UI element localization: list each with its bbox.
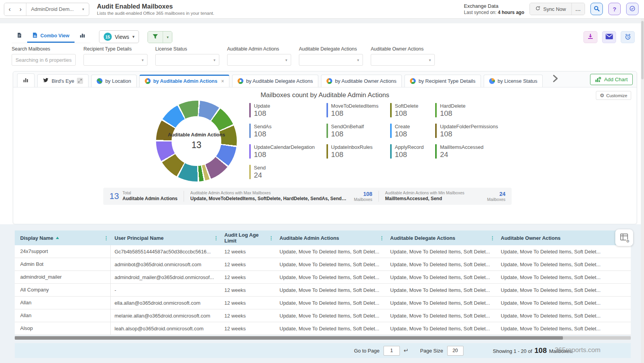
legend-value: 108 bbox=[395, 109, 418, 118]
filter-dropdown-button[interactable]: ▾ bbox=[163, 31, 172, 43]
schedule-alert-button[interactable] bbox=[621, 31, 635, 43]
legend-item[interactable]: Create108 bbox=[390, 124, 424, 138]
filter-label: License Status bbox=[155, 46, 219, 52]
legend-item[interactable]: ApplyRecord108 bbox=[390, 144, 424, 159]
go-to-page-input[interactable] bbox=[384, 346, 400, 356]
donut-center-label: Auditable Admin Actions bbox=[168, 132, 225, 138]
column-menu-icon[interactable]: ⋮ bbox=[104, 235, 109, 241]
legend-label: SendOnBehalf bbox=[331, 124, 364, 129]
nav-back-button[interactable]: ‹ bbox=[4, 3, 15, 16]
chart-tab-label: by Recipient Type Details bbox=[418, 78, 475, 84]
export-download-button[interactable] bbox=[583, 31, 597, 43]
controls-panel: Combo View 15 Views ▾ ▾ Search Mailboxes bbox=[0, 23, 644, 70]
sync-more-button[interactable]: ... bbox=[571, 3, 585, 15]
chart-tab-by-auditable-owner-actions[interactable]: by Auditable Owner Actions bbox=[321, 75, 402, 87]
chart-tab-barchart[interactable] bbox=[17, 73, 35, 87]
filter-button[interactable] bbox=[148, 31, 163, 43]
column-header-auditable-admin-actions[interactable]: Auditable Admin Actions⋮ bbox=[276, 230, 386, 245]
table-cell: Update, Move To Deleted Items, Soft Dele… bbox=[276, 274, 386, 280]
filter-select[interactable]: ▾ bbox=[227, 54, 291, 66]
views-dropdown-button[interactable]: 15 Views ▾ bbox=[99, 30, 139, 43]
column-header-auditable-delegate-actions[interactable]: Auditable Delegate Actions⋮ bbox=[386, 230, 497, 245]
table-row[interactable]: Allanmelanie.allan@o365droid.onmicrosoft… bbox=[15, 309, 631, 322]
vertical-scrollbar[interactable] bbox=[641, 19, 644, 363]
legend-value: 24 bbox=[254, 171, 266, 180]
customize-button[interactable]: ⚙Customize bbox=[596, 91, 631, 100]
view-tab-grid[interactable] bbox=[12, 30, 27, 43]
legend-item[interactable]: SoftDelete108 bbox=[390, 103, 424, 118]
bar-chart-icon bbox=[80, 32, 85, 39]
page-size-input[interactable] bbox=[447, 346, 463, 356]
table-row[interactable]: Admin Botadminbot@o365droid.onmicrosoft.… bbox=[15, 258, 631, 271]
legend-item[interactable]: UpdateFolderPermissions108 bbox=[435, 124, 498, 138]
legend-item[interactable]: UpdateCalendarDelegation108 bbox=[249, 144, 315, 159]
tab-scroll-right-button[interactable] bbox=[551, 73, 559, 85]
legend-label: UpdateInboxRules bbox=[331, 144, 373, 150]
legend-item[interactable]: Send24 bbox=[249, 165, 315, 180]
legend-item[interactable]: SendAs108 bbox=[249, 124, 315, 138]
legend-item[interactable]: UpdateInboxRules108 bbox=[326, 144, 378, 159]
column-header-auditable-owner-actions[interactable]: Auditable Owner Actions bbox=[497, 230, 631, 245]
summary-divider bbox=[378, 191, 379, 202]
column-header-audit-log-age-limit[interactable]: Audit Log Age Limit⋮ bbox=[220, 230, 276, 245]
vertical-scrollbar-thumb[interactable] bbox=[641, 21, 644, 79]
column-header-display-name[interactable]: Display Name⋮ bbox=[15, 230, 111, 245]
column-header-user-principal-name[interactable]: User Principal Name⋮ bbox=[111, 230, 220, 245]
table-row[interactable]: Allanella.allan@o365droid.onmicrosoft.co… bbox=[15, 297, 631, 309]
expand-icon[interactable] bbox=[77, 78, 83, 84]
audit-history-button[interactable] bbox=[626, 3, 639, 15]
legend-value: 108 bbox=[395, 150, 424, 159]
view-tab-combo[interactable]: Combo View bbox=[27, 30, 75, 43]
filter-select[interactable]: ▾ bbox=[155, 54, 219, 66]
donut-chart[interactable]: Auditable Admin Actions 13 bbox=[156, 101, 237, 182]
column-menu-icon[interactable]: ⋮ bbox=[269, 235, 274, 241]
sync-now-button[interactable]: Sync Now bbox=[530, 3, 571, 15]
chart-tab-label: by Auditable Delegate Actions bbox=[246, 78, 313, 84]
page-size-label: Page Size bbox=[420, 348, 443, 354]
table-row[interactable]: Alsopleah.alsop@o365droid.onmicrosoft.co… bbox=[15, 322, 631, 335]
column-menu-icon[interactable]: ⋮ bbox=[379, 235, 384, 241]
chart-tab-by-recipient-type-details[interactable]: by Recipient Type Details bbox=[404, 75, 481, 87]
legend-marker bbox=[249, 103, 251, 117]
column-menu-icon[interactable]: ⋮ bbox=[214, 235, 219, 241]
summary-min-count: 24 Mailboxes bbox=[487, 191, 505, 202]
view-tab-chart[interactable] bbox=[75, 30, 90, 43]
legend-item[interactable]: HardDelete108 bbox=[435, 103, 498, 118]
table-row[interactable]: 24x7supportGc7b4b58551444587ac50d38cccbc… bbox=[15, 245, 631, 258]
return-icon[interactable]: ↵ bbox=[404, 347, 409, 354]
column-settings-button[interactable]: ⚙ bbox=[615, 229, 633, 246]
nav-forward-button[interactable]: › bbox=[15, 3, 26, 16]
go-to-page-label: Go to Page bbox=[354, 348, 380, 354]
chart-tab-by-auditable-admin-actions[interactable]: by Auditable Admin Actions× bbox=[139, 75, 229, 87]
summary-total: Total Auditable Admin Actions bbox=[122, 190, 177, 202]
chart-tab-bird-s-eye[interactable]: Bird's Eye bbox=[37, 74, 89, 87]
add-chart-button[interactable]: Add Chart bbox=[590, 74, 633, 85]
table-row[interactable]: admindroid_maileradmindroid_mailer@o365d… bbox=[15, 271, 631, 284]
filter-license-status: License Status▾ bbox=[155, 46, 219, 66]
email-report-button[interactable] bbox=[602, 31, 616, 43]
legend-item[interactable]: Update108 bbox=[249, 103, 315, 118]
table-row[interactable]: All Company-12 weeksUpdate, Move To Dele… bbox=[15, 284, 631, 297]
chart-tab-by-license-status[interactable]: by License Status bbox=[484, 75, 543, 87]
legend-marker bbox=[390, 103, 392, 117]
horizontal-scrollbar-thumb[interactable] bbox=[15, 336, 563, 340]
filter-select[interactable]: ▾ bbox=[299, 54, 363, 66]
column-menu-icon[interactable]: ⋮ bbox=[490, 235, 495, 241]
chart-tab-label: by Auditable Admin Actions bbox=[153, 79, 217, 84]
close-icon[interactable]: × bbox=[221, 79, 224, 84]
global-search-button[interactable] bbox=[590, 3, 603, 15]
table-cell: leah.alsop@o365droid.onmicrosoft.com bbox=[111, 326, 220, 332]
search-input[interactable] bbox=[12, 54, 76, 66]
filter-select[interactable]: ▾ bbox=[83, 54, 148, 66]
legend-item[interactable]: SendOnBehalf108 bbox=[326, 124, 378, 138]
filter-select[interactable]: ▾ bbox=[371, 54, 435, 66]
table-cell: Update, Move To Deleted Items, Soft Dele… bbox=[497, 249, 631, 255]
tenant-selector[interactable]: AdminDroid Dem... ▾ bbox=[26, 3, 89, 16]
legend-item[interactable]: MailItemsAccessed24 bbox=[435, 144, 498, 159]
chart-tab-by-location[interactable]: by Location bbox=[91, 75, 137, 87]
clock-check-icon bbox=[629, 5, 635, 13]
legend-item[interactable]: MoveToDeletedItems108 bbox=[326, 103, 378, 118]
help-button[interactable]: ? bbox=[608, 3, 621, 15]
horizontal-scrollbar[interactable] bbox=[15, 336, 631, 340]
chart-tab-by-auditable-delegate-actions[interactable]: by Auditable Delegate Actions bbox=[232, 75, 318, 87]
